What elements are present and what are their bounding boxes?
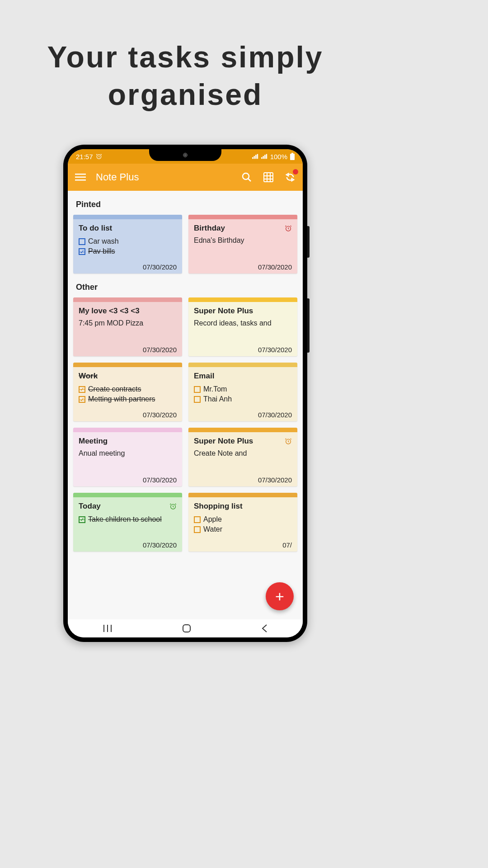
card-body-text: 7:45 pm MOD Pizza — [79, 319, 177, 344]
home-icon[interactable] — [182, 624, 191, 633]
notes-content[interactable]: Pinted To do list Car wash ✓Pav bills 07… — [68, 191, 303, 619]
alarm-icon — [285, 438, 292, 445]
card-color-strip — [188, 493, 297, 497]
status-time: 21:57 — [76, 153, 93, 160]
svg-rect-2 — [253, 156, 255, 159]
card-title: Birthday — [194, 224, 292, 233]
checkbox-icon — [79, 238, 85, 245]
card-color-strip — [188, 428, 297, 432]
card-title: Meeting — [79, 437, 177, 446]
card-date: 07/30/2020 — [194, 476, 292, 484]
phone-mockup: 21:57 100% — [63, 145, 307, 642]
note-card-today[interactable]: Today ✓Take children to school 07/30/202… — [73, 493, 182, 552]
card-title: Today — [79, 502, 177, 511]
svg-rect-7 — [264, 155, 266, 159]
plus-icon: + — [275, 588, 284, 605]
section-other: Other — [73, 278, 297, 297]
svg-rect-8 — [266, 154, 267, 159]
card-color-strip — [188, 215, 297, 219]
card-date: 07/30/2020 — [79, 476, 177, 484]
note-card-supernote[interactable]: Super Note Plus Record ideas, tasks and … — [188, 297, 297, 356]
hamburger-menu-icon[interactable] — [74, 171, 87, 184]
phone-side-button — [307, 226, 310, 258]
card-color-strip — [73, 297, 182, 302]
phone-side-button — [307, 298, 310, 353]
card-date: 07/30/2020 — [79, 263, 177, 271]
card-title: Shopping list — [194, 502, 292, 511]
card-title: Work — [79, 372, 177, 381]
phone-notch — [149, 149, 221, 161]
card-title: Super Note Plus — [194, 437, 292, 446]
search-icon[interactable] — [240, 171, 253, 184]
note-card-todo[interactable]: To do list Car wash ✓Pav bills 07/30/202… — [73, 215, 182, 274]
alarm-icon — [169, 503, 177, 510]
checkbox-checked-icon: ✓ — [79, 386, 85, 393]
app-title: Note Plus — [96, 171, 231, 183]
svg-rect-10 — [290, 154, 295, 160]
card-title: Email — [194, 372, 292, 381]
svg-rect-12 — [75, 177, 86, 178]
checkbox-icon — [194, 526, 201, 533]
promo-line-1: Your tasks simply — [14, 38, 357, 76]
svg-rect-1 — [252, 157, 253, 159]
checkbox-icon — [194, 386, 201, 393]
card-color-strip — [73, 493, 182, 497]
svg-rect-13 — [75, 179, 86, 181]
section-pinned: Pinted — [73, 195, 297, 215]
notification-dot — [293, 169, 298, 175]
back-icon[interactable] — [261, 624, 267, 633]
card-title: To do list — [79, 224, 177, 233]
app-bar: Note Plus — [68, 164, 303, 191]
svg-rect-3 — [255, 155, 257, 159]
card-date: 07/30/2020 — [194, 263, 292, 271]
card-color-strip — [188, 297, 297, 302]
note-card-birthday[interactable]: Birthday Edna's Birthday 07/30/2020 — [188, 215, 297, 274]
note-card-mylove[interactable]: My love <3 <3 <3 7:45 pm MOD Pizza 07/30… — [73, 297, 182, 356]
note-card-supernote2[interactable]: Super Note Plus Create Note and 07/30/20… — [188, 428, 297, 486]
card-date: 07/30/2020 — [79, 346, 177, 354]
alarm-icon — [96, 153, 102, 160]
checkbox-checked-icon: ✓ — [79, 248, 85, 255]
svg-rect-27 — [183, 625, 190, 632]
svg-point-14 — [243, 173, 249, 179]
card-title: My love <3 <3 <3 — [79, 307, 177, 316]
card-date: 07/30/2020 — [79, 541, 177, 549]
note-card-email[interactable]: Email Mr.Tom Thai Anh 07/30/2020 — [188, 363, 297, 421]
signal-icon — [261, 154, 267, 159]
card-date: 07/ — [194, 541, 292, 549]
card-color-strip — [188, 363, 297, 367]
note-card-meeting[interactable]: Meeting Anual meeting 07/30/2020 — [73, 428, 182, 486]
promo-headline: Your tasks simply organised — [0, 0, 371, 131]
svg-line-15 — [248, 179, 251, 181]
card-color-strip — [73, 215, 182, 219]
card-body-text: Create Note and — [194, 449, 292, 474]
card-date: 07/30/2020 — [79, 411, 177, 419]
card-body-text: Edna's Birthday — [194, 236, 292, 261]
battery-icon — [290, 153, 295, 160]
sync-icon[interactable] — [284, 171, 296, 184]
alarm-icon — [285, 225, 292, 232]
battery-percent: 100% — [270, 153, 287, 160]
promo-line-2: organised — [14, 76, 357, 113]
card-date: 07/30/2020 — [194, 346, 292, 354]
grid-view-icon[interactable] — [262, 171, 275, 184]
card-color-strip — [73, 363, 182, 367]
svg-rect-5 — [261, 157, 263, 159]
note-card-work[interactable]: Work ✓Create contracts ✓Metting with par… — [73, 363, 182, 421]
card-color-strip — [73, 428, 182, 432]
card-body-text: Record ideas, tasks and — [194, 319, 292, 344]
signal-icon — [252, 154, 258, 159]
checkbox-icon — [194, 396, 201, 403]
checkbox-checked-icon: ✓ — [79, 516, 85, 523]
svg-rect-11 — [75, 174, 86, 175]
card-title: Super Note Plus — [194, 307, 292, 316]
note-card-shopping[interactable]: Shopping list Apple Water 07/ — [188, 493, 297, 552]
svg-rect-6 — [263, 156, 264, 159]
recent-apps-icon[interactable] — [103, 625, 112, 632]
android-nav-bar — [68, 619, 303, 637]
card-body-text: Anual meeting — [79, 449, 177, 474]
svg-rect-4 — [257, 154, 258, 159]
add-note-fab[interactable]: + — [266, 582, 294, 610]
svg-rect-9 — [291, 153, 293, 154]
svg-rect-16 — [264, 173, 273, 182]
